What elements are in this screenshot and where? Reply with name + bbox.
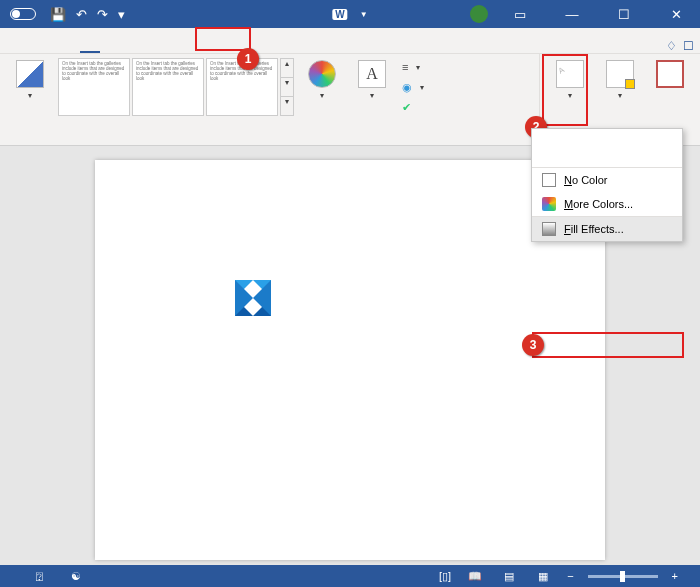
page-borders-icon <box>656 60 684 88</box>
style-set-item[interactable]: On the Insert tab the galleries include … <box>206 58 278 116</box>
gallery-up-icon[interactable]: ▴ <box>281 59 293 77</box>
style-set-item[interactable]: On the Insert tab the galleries include … <box>58 58 130 116</box>
formatting-options: ≡ ▾ ◉ ▾ ✔ <box>400 58 426 116</box>
chevron-down-icon: ▾ <box>568 92 572 101</box>
word-app-icon: W <box>332 9 347 20</box>
page-color-dropdown: No Color More Colors... Fill Effects... <box>531 128 683 242</box>
zoom-in-button[interactable]: + <box>672 570 678 582</box>
tab-developer[interactable] <box>200 43 220 53</box>
fill-effects-icon <box>542 222 556 236</box>
standard-colors-header <box>532 151 682 161</box>
chevron-down-icon: ▾ <box>618 92 622 101</box>
check-icon: ✔ <box>402 101 411 114</box>
ribbon-display-icon[interactable]: ▭ <box>500 0 540 28</box>
fonts-button[interactable]: A ▾ <box>350 58 394 103</box>
read-mode-icon[interactable]: 📖 <box>465 570 485 583</box>
qat-more-icon[interactable]: ▾ <box>118 7 125 22</box>
page-borders-button[interactable] <box>648 58 692 92</box>
more-colors-item[interactable]: More Colors... <box>532 192 682 216</box>
title-bar: 💾 ↶ ↷ ▾ W ▼ ▭ — ☐ ✕ <box>0 0 700 28</box>
autosave-toggle[interactable] <box>6 8 36 20</box>
no-color-item[interactable]: No Color <box>532 167 682 192</box>
tab-references[interactable] <box>120 43 140 53</box>
paragraph-spacing-icon: ≡ <box>402 61 408 73</box>
share-button[interactable]: ♢ <box>666 39 677 53</box>
undo-icon[interactable]: ↶ <box>76 7 87 22</box>
tab-file[interactable] <box>0 43 20 53</box>
user-avatar[interactable] <box>470 5 488 23</box>
quick-access-toolbar: 💾 ↶ ↷ ▾ <box>50 7 125 22</box>
watermark-button[interactable]: A ▾ <box>548 58 592 103</box>
tab-insert[interactable] <box>40 43 60 53</box>
page-color-icon <box>606 60 634 88</box>
comments-button[interactable]: ☐ <box>683 39 694 53</box>
web-layout-icon[interactable]: ▦ <box>533 570 553 583</box>
document-title: W ▼ <box>332 9 367 20</box>
set-as-default-button[interactable]: ✔ <box>400 98 426 116</box>
spellcheck-icon[interactable]: ⍰ <box>36 570 43 582</box>
group-document-formatting: ▾ On the Insert tab the galleries includ… <box>0 54 540 145</box>
colors-icon <box>308 60 336 88</box>
toggle-off-icon <box>10 8 36 20</box>
zoom-slider[interactable] <box>588 575 658 578</box>
redo-icon[interactable]: ↷ <box>97 7 108 22</box>
focus-mode-button[interactable]: [▯] <box>439 570 451 583</box>
ribbon-tabs: ♢ ☐ <box>0 28 700 54</box>
save-icon[interactable]: 💾 <box>50 7 66 22</box>
no-color-label: o Color <box>572 174 607 186</box>
tab-view[interactable] <box>180 43 200 53</box>
tab-mailings[interactable] <box>140 43 160 53</box>
tab-layout[interactable] <box>100 43 120 53</box>
minimize-button[interactable]: — <box>552 0 592 28</box>
paragraph-spacing-button[interactable]: ≡ ▾ <box>400 58 426 76</box>
page-content <box>235 280 279 316</box>
more-colors-label: ore Colors... <box>573 198 633 210</box>
tab-review[interactable] <box>160 43 180 53</box>
themes-button[interactable]: ▾ <box>8 58 52 103</box>
gallery-down-icon[interactable]: ▾ <box>281 77 293 96</box>
colors-button[interactable]: ▾ <box>300 58 344 103</box>
tab-draw[interactable] <box>60 43 80 53</box>
fill-effects-item[interactable]: Fill Effects... <box>532 216 682 241</box>
more-colors-icon <box>542 197 556 211</box>
themes-icon <box>16 60 44 88</box>
chevron-down-icon[interactable]: ▼ <box>360 10 368 19</box>
page[interactable] <box>95 160 605 560</box>
print-layout-icon[interactable]: ▤ <box>499 570 519 583</box>
fill-effects-label: ill Effects... <box>571 223 624 235</box>
watermark-icon: A <box>556 60 584 88</box>
tab-design[interactable] <box>80 41 100 53</box>
theme-colors-header <box>532 129 682 139</box>
no-color-icon <box>542 173 556 187</box>
group-label <box>8 142 531 143</box>
tab-home[interactable] <box>20 43 40 53</box>
zoom-out-button[interactable]: − <box>567 570 573 582</box>
page-color-button[interactable]: ▾ <box>598 58 642 103</box>
style-gallery[interactable]: On the Insert tab the galleries include … <box>58 58 294 116</box>
chevron-down-icon: ▾ <box>28 92 32 101</box>
effects-button[interactable]: ◉ ▾ <box>400 78 426 96</box>
close-button[interactable]: ✕ <box>656 0 696 28</box>
style-set-item[interactable]: On the Insert tab the galleries include … <box>132 58 204 116</box>
fonts-icon: A <box>358 60 386 88</box>
windowsclub-logo-icon <box>235 280 271 316</box>
effects-icon: ◉ <box>402 81 412 94</box>
maximize-button[interactable]: ☐ <box>604 0 644 28</box>
accessibility-icon[interactable]: ☯ <box>71 570 81 583</box>
chevron-down-icon: ▾ <box>320 92 324 101</box>
gallery-more-icon[interactable]: ▾ <box>281 96 293 115</box>
chevron-down-icon: ▾ <box>370 92 374 101</box>
status-bar: ⍰ ☯ [▯] 📖 ▤ ▦ − + <box>0 565 700 587</box>
